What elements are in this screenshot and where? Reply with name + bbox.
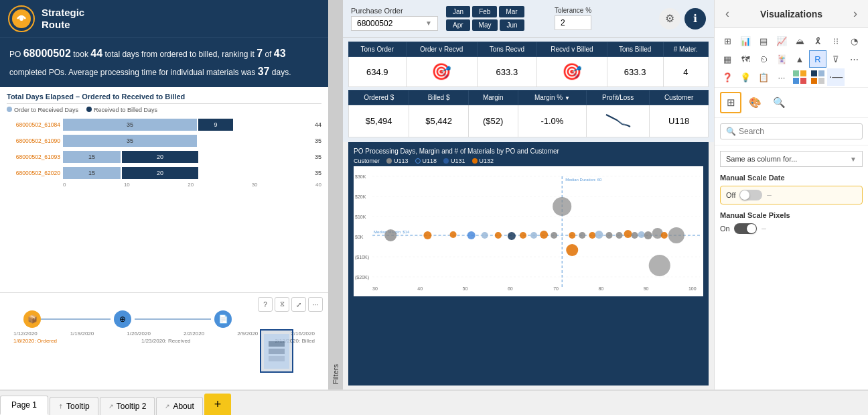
viz-ribbon-icon[interactable]: 🎗	[809, 32, 826, 50]
viz-qna-icon[interactable]: ❓	[719, 68, 736, 86]
toggle-track-on[interactable]	[734, 223, 757, 234]
timeline-section: ? ⧖ ⤢ ··· 📦 ⊕ 📄	[0, 292, 328, 390]
column-select-label: Same as column for...	[726, 155, 797, 163]
goal-icon-1: 🎯	[431, 62, 451, 80]
svg-point-49	[661, 232, 668, 239]
chart-title: Total Days Elapsed – Ordered to Received…	[7, 93, 321, 104]
viz-table-icon[interactable]: ⊞	[719, 32, 736, 50]
order-v-recvd-header: Order v Recvd	[406, 42, 477, 57]
info-icon[interactable]: ℹ	[684, 8, 706, 29]
toggle-on-label: On	[720, 225, 730, 233]
viz-scatter-icon[interactable]: ⁝⁝	[827, 32, 845, 50]
scale-date-toggle[interactable]: Off ⸺	[720, 186, 863, 204]
more-icon[interactable]: ···	[308, 297, 323, 312]
tons-order-header: Tons Order	[349, 42, 407, 57]
tab-tooltip[interactable]: ↗ Tooltip	[50, 397, 98, 415]
metrics-table-1: Tons Order Order v Recvd Tons Recvd Recv…	[348, 42, 709, 87]
logo-icon	[8, 5, 35, 32]
viz-gauge-icon[interactable]: ⏲	[755, 50, 772, 68]
scatter-plot: $30K $20K $10K $0K ($10K) ($20K) Median	[354, 166, 703, 296]
feb-button[interactable]: Feb	[472, 6, 497, 17]
tab-tooltip2[interactable]: ↗ Tooltip 2	[100, 397, 155, 415]
expand-icon[interactable]: ⤢	[291, 297, 306, 312]
toggle-track-off[interactable]	[739, 190, 762, 200]
summary-section: PO 68000502 took 44 total days from orde…	[0, 38, 328, 87]
svg-text:$20K: $20K	[355, 194, 366, 199]
jan-button[interactable]: Jan	[446, 6, 470, 17]
question-icon[interactable]: ?	[258, 297, 273, 312]
viz-paginated-icon[interactable]: 📋	[755, 68, 772, 86]
customer-cell: U118	[650, 105, 709, 137]
viz-kpi-icon[interactable]: ▲	[791, 50, 808, 68]
viz-color1-icon[interactable]	[791, 68, 808, 86]
order-icon: 📦	[23, 310, 41, 328]
svg-point-50	[668, 227, 684, 243]
viz-stacked-bar-icon[interactable]: ▤	[755, 32, 772, 50]
timeline-thumb[interactable]	[260, 329, 293, 373]
viz-line-icon[interactable]: 📈	[773, 32, 790, 50]
svg-text:$30K: $30K	[355, 174, 366, 179]
po-select[interactable]: 68000502 ▼	[351, 16, 438, 31]
viz-bar-icon[interactable]: 📊	[737, 32, 754, 50]
viz-area-icon[interactable]: ⛰	[791, 32, 808, 50]
svg-point-52	[649, 255, 670, 276]
toggle-off-label: Off	[726, 191, 735, 199]
mar-button[interactable]: Mar	[499, 6, 524, 17]
viz-card-icon[interactable]: 🃏	[773, 50, 790, 68]
viz-color3-icon[interactable]: ·—	[827, 68, 845, 86]
svg-text:$0K: $0K	[355, 235, 364, 239]
may-button[interactable]: May	[472, 19, 498, 31]
jun-button[interactable]: Jun	[500, 19, 524, 31]
svg-point-26	[384, 229, 396, 241]
search-input[interactable]	[739, 127, 857, 136]
viz-smart-icon[interactable]: 💡	[737, 68, 754, 86]
viz-pie-icon[interactable]: ◔	[845, 32, 863, 50]
filters-tab[interactable]: Filters	[328, 0, 343, 390]
margin-pct-header: Margin % ▼	[518, 91, 587, 105]
viz-map-icon[interactable]: 🗺	[737, 50, 754, 68]
tab-add[interactable]: +	[204, 394, 232, 415]
viz-prev-button[interactable]: ‹	[723, 7, 732, 21]
scatter-title: PO Processing Days, Margin and # of Mate…	[354, 147, 703, 155]
margin-cell: ($52)	[468, 105, 518, 137]
svg-point-28	[450, 231, 457, 238]
rank: 7	[257, 48, 263, 59]
search-box[interactable]: 🔍	[720, 123, 863, 139]
received-icon: ⊕	[114, 310, 131, 328]
search-icon: 🔍	[726, 127, 736, 136]
table-row: 68000502_62020 15 20 35	[7, 167, 321, 179]
svg-point-46	[638, 231, 645, 238]
svg-point-48	[652, 228, 663, 239]
tolerance-value[interactable]: 2	[555, 15, 591, 30]
viz-color2-icon[interactable]	[809, 68, 826, 86]
svg-text:100: 100	[689, 286, 697, 291]
viz-funnel-icon[interactable]: ⊽	[827, 50, 845, 68]
svg-text:30: 30	[372, 286, 378, 291]
apr-button[interactable]: Apr	[446, 19, 470, 31]
timeline-controls[interactable]: ? ⧖ ⤢ ···	[258, 297, 323, 312]
build-icon[interactable]: ⊞	[720, 92, 741, 113]
viz-decomp-icon[interactable]: ⋯	[845, 50, 863, 68]
svg-point-38	[569, 232, 575, 239]
analytics-icon[interactable]: 🔍	[768, 92, 790, 113]
scale-date-section: Manual Scale Date Off ⸺	[720, 174, 863, 204]
tooltip2-icon: ↗	[108, 403, 114, 410]
total-pos: 43	[274, 48, 286, 59]
paint-icon[interactable]: 🎨	[744, 92, 766, 113]
viz-next-button[interactable]: ›	[851, 7, 860, 21]
margin-pct-cell: -1.0%	[518, 105, 587, 137]
scale-pixels-toggle[interactable]: On ⸺	[720, 223, 863, 234]
filter-icon[interactable]: ⧖	[275, 297, 289, 312]
tab-page1[interactable]: Page 1	[0, 396, 48, 415]
funnel-icon[interactable]: ⚙	[659, 8, 680, 29]
trend-chart	[605, 111, 632, 129]
column-select[interactable]: Same as column for... ▼	[720, 151, 863, 167]
tab-about[interactable]: ↗ About	[156, 397, 202, 415]
bar-axis: 010203040	[7, 180, 321, 189]
viz-matrix-icon[interactable]: R	[809, 50, 826, 68]
svg-text:($10K): ($10K)	[355, 255, 369, 260]
viz-more-icon[interactable]: ···	[773, 68, 790, 86]
scatter-section: PO Processing Days, Margin and # of Mate…	[348, 142, 709, 386]
svg-point-37	[553, 197, 571, 216]
viz-treemap-icon[interactable]: ▦	[719, 50, 736, 68]
